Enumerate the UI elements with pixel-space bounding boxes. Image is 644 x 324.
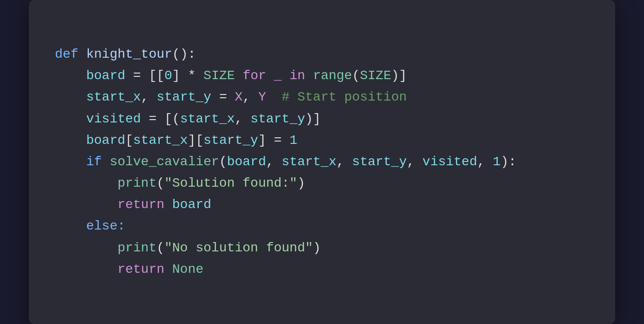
var-board: board (86, 68, 125, 83)
var-startx: start_x (86, 90, 141, 104)
op-assign-3: = (149, 112, 157, 126)
kw-size-1: SIZE (203, 68, 235, 83)
num-one: 1 (289, 133, 297, 148)
kw-else: else: (86, 219, 125, 233)
keyword-def: def (55, 47, 78, 61)
var-board-2: board (86, 133, 125, 148)
kw-x: X (235, 90, 243, 104)
op-mul: * (188, 68, 196, 83)
fn-print-2: print (117, 241, 156, 255)
op-comma-7: , (477, 155, 485, 169)
op-comma-2: , (242, 90, 250, 104)
var-starty-2: start_y (250, 112, 305, 126)
bracket-open: [[ (149, 68, 165, 83)
var-visited-2: visited (423, 155, 477, 169)
kw-if: if (86, 155, 102, 169)
op-assign-4: = (274, 133, 282, 148)
paren-solve-open: ( (219, 155, 227, 169)
function-name: knight_tour (86, 47, 172, 61)
num-zero: 0 (164, 68, 172, 83)
bracket-idx1: [ (125, 133, 133, 148)
paren-print1c: ) (297, 176, 305, 190)
bracket-visited: [( (164, 112, 180, 126)
fn-solve: solve_cavalier (110, 155, 219, 169)
paren-print2c: ) (313, 241, 321, 255)
paren-range-close: )] (391, 68, 407, 83)
var-startx-3: start_x (133, 133, 188, 148)
var-starty-4: start_y (352, 155, 407, 169)
paren-range: ( (352, 68, 360, 83)
bracket-idx1c: ][ (188, 133, 204, 148)
fn-print-1: print (117, 176, 156, 190)
kw-range: range (313, 68, 352, 83)
kw-none: None (172, 262, 203, 277)
op-assign-2: = (219, 90, 227, 104)
kw-y: Y (258, 90, 266, 104)
paren-print2: ( (156, 241, 164, 255)
num-one-2: 1 (493, 155, 501, 169)
bracket-idx1cc: ] (258, 133, 266, 148)
var-visited: visited (86, 112, 141, 126)
kw-for: for (242, 68, 266, 83)
var-startx-4: start_x (282, 155, 336, 169)
kw-size-2: SIZE (360, 68, 391, 83)
str-solution: "Solution found:" (164, 176, 297, 190)
bracket-close: ] (172, 68, 180, 83)
var-startx-2: start_x (180, 112, 235, 126)
str-no-solution: "No solution found" (164, 241, 313, 255)
op-comma-4: , (266, 155, 274, 169)
kw-return-2: return (117, 262, 164, 277)
comment-start: # Start position (282, 90, 407, 104)
op-comma-1: , (141, 90, 149, 104)
op-assign: = (133, 68, 141, 83)
bracket-visited-close: )] (305, 112, 321, 126)
op-comma-6: , (407, 155, 415, 169)
var-board-ret: board (172, 197, 211, 212)
op-comma-3: , (235, 112, 243, 126)
paren-open: (): (172, 47, 195, 61)
op-comma-5: , (336, 155, 344, 169)
code-block: def knight_tour(): board = [[0] * SIZE f… (55, 22, 589, 302)
var-starty-3: start_y (203, 133, 258, 148)
code-container: def knight_tour(): board = [[0] * SIZE f… (29, 0, 615, 324)
paren-solve-close: ): (501, 155, 517, 169)
paren-print1: ( (156, 176, 164, 190)
var-starty: start_y (156, 90, 211, 104)
kw-in: in (289, 68, 305, 83)
underscore: _ (274, 68, 282, 83)
kw-return-1: return (117, 197, 164, 212)
var-board-3: board (227, 155, 266, 169)
